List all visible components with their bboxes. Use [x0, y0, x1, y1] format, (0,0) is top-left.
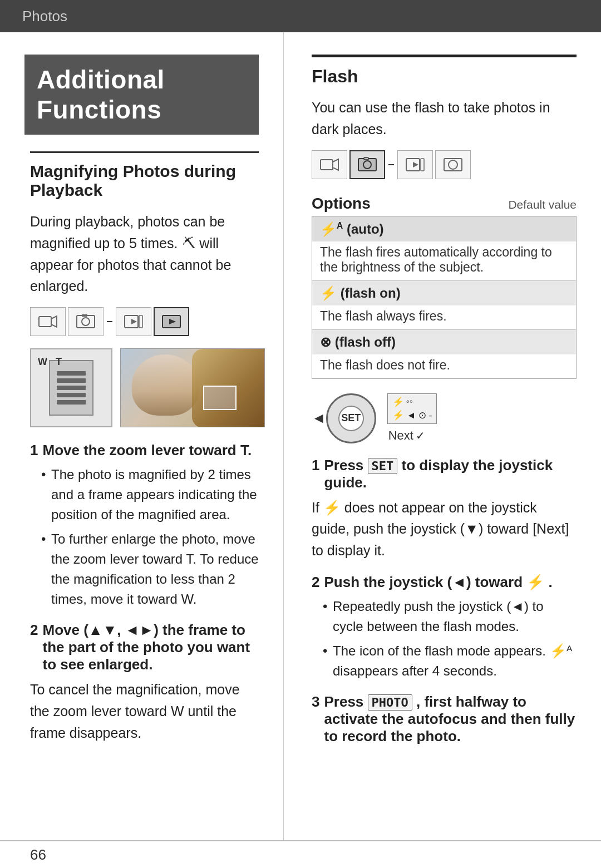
- flash-step-1-header: 1 Press SET to display the joystick guid…: [312, 457, 577, 491]
- svg-rect-10: [321, 160, 333, 170]
- step-2: 2 Move (▲▼, ◄►) the frame to the part of…: [30, 622, 259, 743]
- photo-subject: [132, 354, 199, 416]
- flash-step-1: 1 Press SET to display the joystick guid…: [312, 457, 577, 561]
- default-value-label: Default value: [508, 198, 577, 211]
- options-row-flashoff-body: The flash does not fire.: [312, 354, 576, 378]
- wt-label: W T: [38, 356, 62, 368]
- photo-frame-indicator: [203, 386, 237, 410]
- mode-icon-playback: [116, 307, 151, 336]
- options-table: ⚡A (auto) The flash fires automatically …: [312, 216, 577, 379]
- flash-step-1-title: Press SET to display the joystick guide.: [324, 457, 577, 491]
- page-number: 66: [30, 846, 46, 864]
- joystick-set-button[interactable]: SET: [338, 406, 364, 431]
- camera-lines: [57, 371, 86, 405]
- magnifying-heading: Magnifying Photos during Playback: [30, 162, 259, 200]
- flash-step-3-number: 3: [312, 693, 319, 745]
- flash-step-2-number: 2: [312, 574, 319, 591]
- svg-point-19: [449, 160, 457, 169]
- svg-point-3: [82, 318, 90, 326]
- camera-line-3: [57, 386, 86, 390]
- svg-rect-0: [39, 317, 51, 327]
- step-1-number: 1: [30, 442, 38, 459]
- flash-step-2-bullet-2: The icon of the flash mode appears. ⚡ᴬ d…: [323, 641, 577, 681]
- step-1-bullets: The photo is magnified by 2 times and a …: [30, 465, 259, 609]
- flash-step-2-bullet-1: Repeatedly push the joystick (◄) to cycl…: [323, 596, 577, 637]
- svg-marker-16: [413, 162, 418, 167]
- next-label: Next: [388, 428, 413, 443]
- svg-marker-6: [131, 319, 137, 324]
- breadcrumb: Photos: [22, 8, 67, 25]
- mode-icon-r-extra: [435, 150, 471, 179]
- options-label: Options: [312, 195, 371, 213]
- next-chevron-icon: ✓: [416, 429, 425, 442]
- dot-icon: ◦◦: [406, 396, 413, 408]
- step-2-title: Move (▲▼, ◄►) the frame to the part of t…: [42, 622, 259, 673]
- svg-marker-11: [333, 159, 338, 170]
- page-content: Additional Functions Magnifying Photos d…: [0, 32, 601, 840]
- step-2-header: 2 Move (▲▼, ◄►) the frame to the part of…: [30, 622, 259, 673]
- joystick-right-panel: ⚡ ◦◦ ⚡ ◄ ⊙ - Next ✓: [387, 393, 437, 443]
- mode-icon-r-playback: [397, 150, 433, 179]
- magnifying-section-heading: Magnifying Photos during Playback: [30, 151, 259, 200]
- mode-icon-photo: [68, 307, 104, 336]
- left-column: Additional Functions Magnifying Photos d…: [0, 32, 284, 840]
- next-label-row: Next ✓: [387, 428, 437, 443]
- flash-step-2-header: 2 Push the joystick (◄) toward ⚡ .: [312, 574, 577, 591]
- svg-rect-7: [139, 315, 142, 328]
- section-heading-box: Additional Functions: [24, 55, 259, 135]
- joystick-circle: SET: [326, 393, 376, 443]
- next-icon-box: ⚡ ◦◦ ⚡ ◄ ⊙ -: [387, 393, 437, 424]
- options-section: Options Default value ⚡A (auto) The flas…: [312, 195, 577, 379]
- flash-step-2-title: Push the joystick (◄) toward ⚡ .: [324, 574, 552, 591]
- next-icon-row-2: ⚡ ◄ ⊙ -: [392, 410, 432, 421]
- magnifying-body: During playback, photos can be magnified…: [30, 211, 259, 297]
- svg-marker-1: [51, 316, 57, 327]
- flash-body: You can use the flash to take photos in …: [312, 97, 577, 140]
- step-2-number: 2: [30, 622, 38, 673]
- mode-icon-video: [30, 307, 66, 336]
- step-1: 1 Move the zoom lever toward T. The phot…: [30, 442, 259, 609]
- photo-preview: [120, 348, 265, 427]
- step-1-header: 1 Move the zoom lever toward T.: [30, 442, 259, 459]
- next-icon-row-1: ⚡ ◦◦: [392, 396, 432, 408]
- zoom-images-row: W T: [30, 348, 259, 427]
- flash-step-3-title: Press PHOTO , first halfway to activate …: [324, 693, 577, 745]
- flash-step-3: 3 Press PHOTO , first halfway to activat…: [312, 693, 577, 745]
- step-1-bullet-1: The photo is magnified by 2 times and a …: [41, 465, 259, 525]
- flash-icon-small: ⚡: [392, 396, 404, 408]
- options-header-row: Options Default value: [312, 195, 577, 213]
- mode-icon-r-video: [312, 150, 347, 179]
- options-row-auto-header: ⚡A (auto): [312, 216, 576, 241]
- options-row-auto: ⚡A (auto) The flash fires automatically …: [312, 216, 576, 281]
- camera-diagram: W T: [30, 348, 112, 427]
- camera-body: [49, 360, 93, 416]
- flash-step-3-header: 3 Press PHOTO , first halfway to activat…: [312, 693, 577, 745]
- camera-line-1: [57, 371, 86, 376]
- camera-line-5: [57, 400, 86, 405]
- svg-rect-14: [364, 157, 368, 160]
- bottom-bar: 66: [0, 840, 601, 868]
- flash-title: Flash: [312, 66, 577, 87]
- flash-step-2: 2 Push the joystick (◄) toward ⚡ . Repea…: [312, 574, 577, 681]
- mode-icons-row-left: [30, 307, 259, 336]
- mode-icon-active: [154, 307, 189, 336]
- options-row-flashon: ⚡ (flash on) The flash always fires.: [312, 281, 576, 330]
- svg-rect-17: [421, 159, 424, 171]
- joystick-left-arrow-icon: ◄: [312, 410, 326, 427]
- right-column: Flash You can use the flash to take phot…: [284, 32, 601, 840]
- options-row-flashoff: ⊗ (flash off) The flash does not fire.: [312, 330, 576, 378]
- flash-step-2-bullets: Repeatedly push the joystick (◄) to cycl…: [312, 596, 577, 681]
- flash-step-1-body: If ⚡ does not appear on the joystick gui…: [312, 497, 577, 561]
- options-row-auto-body: The flash fires automatically according …: [312, 241, 576, 280]
- top-bar: Photos: [0, 0, 601, 32]
- section-title: Additional Functions: [37, 65, 247, 125]
- dot-row-icon: ⚡ ◄ ⊙ -: [392, 410, 432, 421]
- joystick-area: ◄ SET ⚡ ◦◦ ⚡ ◄ ⊙ -: [312, 393, 577, 443]
- options-row-flashon-header: ⚡ (flash on): [312, 281, 576, 305]
- step-1-bullet-2: To further enlarge the photo, move the z…: [41, 529, 259, 609]
- mode-icon-r-photo-active: [349, 150, 385, 179]
- step-2-body: To cancel the magnification, move the zo…: [30, 679, 259, 743]
- camera-line-4: [57, 393, 86, 397]
- flash-step-1-number: 1: [312, 457, 319, 491]
- options-row-flashon-body: The flash always fires.: [312, 305, 576, 329]
